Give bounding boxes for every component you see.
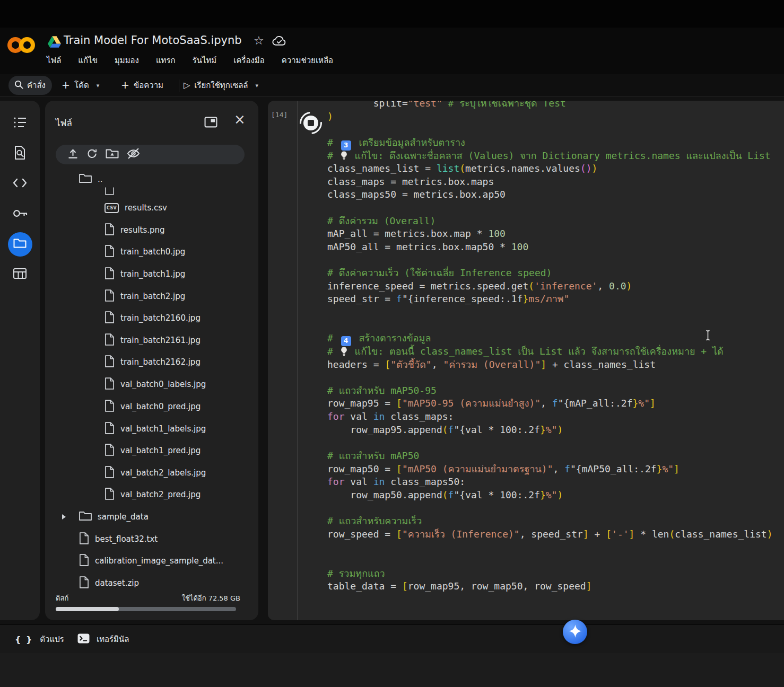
disk-usage-row: ดิสก์ ใช้ได้อีก 72.58 GB: [56, 593, 240, 604]
code-line: [327, 201, 783, 215]
menu-item-5[interactable]: เครื่องมือ: [233, 54, 264, 70]
tree-file-partial[interactable]: [45, 182, 258, 197]
star-icon[interactable]: ☆: [254, 34, 264, 47]
add-text-cell-button[interactable]: + ข้อความ: [121, 76, 163, 95]
keycap-3-emoji: 3: [341, 140, 351, 151]
tree-folder-sample_data[interactable]: sample_data: [45, 509, 258, 524]
tree-file-train_batch2160.jpg[interactable]: train_batch2160.jpg: [45, 311, 258, 325]
plus-icon: +: [121, 80, 129, 90]
data-table-icon: [13, 268, 27, 281]
code-line: [327, 254, 783, 267]
chevron-down-icon[interactable]: ▾: [97, 82, 100, 89]
tree-item-label: dataset.zip: [95, 578, 139, 588]
tree-item-label: train_batch1.jpg: [120, 269, 185, 279]
tree-file-train_batch2162.jpg[interactable]: train_batch2162.jpg: [45, 355, 258, 369]
file-icon: [104, 311, 115, 325]
rail-item-secrets[interactable]: [8, 202, 32, 226]
tree-file-val_batch1_labels.jpg[interactable]: val_batch1_labels.jpg: [45, 421, 258, 436]
variables-button[interactable]: { } ตัวแปร: [15, 633, 64, 646]
tree-file-calibration_image_sample_dat...[interactable]: calibration_image_sample_dat...: [45, 553, 258, 568]
tree-item-label: calibration_image_sample_dat...: [95, 556, 223, 566]
code-line: # แก้ไข: ดึงเฉพาะชื่อคลาส (Values) จาก D…: [327, 149, 783, 163]
notebook-title[interactable]: Train Model For MotoSaaS.ipynb: [64, 34, 242, 47]
colab-logo[interactable]: [7, 35, 37, 56]
tree-item-label: train_batch2.jpg: [120, 292, 185, 301]
tree-item-label: val_batch1_pred.jpg: [120, 446, 201, 455]
menu-bar: ไฟล์แก้ไขมุมมองแทรกรันไทม์เครื่องมือความ…: [47, 54, 333, 70]
tree-file-val_batch2_pred.jpg[interactable]: val_batch2_pred.jpg: [45, 487, 258, 502]
tree-file-val_batch0_labels.jpg[interactable]: val_batch0_labels.jpg: [45, 377, 258, 392]
command-search-button[interactable]: คำสั่ง: [8, 76, 52, 95]
tree-item-label: val_batch0_pred.jpg: [120, 402, 201, 411]
code-line: headers = ["ตัวชี้วัด", "ค่ารวม (Overall…: [327, 358, 783, 372]
terminal-label: เทอร์มินัล: [97, 633, 129, 646]
google-drive-icon: [48, 36, 61, 50]
tree-file-dataset.zip[interactable]: dataset.zip: [45, 576, 258, 591]
tree-file-train_batch1.jpg[interactable]: train_batch1.jpg: [45, 267, 258, 281]
file-icon: [79, 576, 89, 591]
add-code-cell-button[interactable]: + โค้ด ▾: [62, 76, 99, 95]
tree-file-val_batch0_pred.jpg[interactable]: val_batch0_pred.jpg: [45, 399, 258, 414]
file-icon: [104, 289, 115, 304]
find-and-replace-icon: [14, 146, 26, 162]
lightbulb-emoji: [341, 150, 347, 161]
tree-file-train_batch2.jpg[interactable]: train_batch2.jpg: [45, 289, 258, 304]
cloud-saved-icon[interactable]: [272, 36, 286, 49]
chevron-right-icon[interactable]: [62, 514, 66, 519]
terminal-button[interactable]: เทอร์มินัล: [77, 633, 129, 646]
tree-item-label: results.png: [120, 225, 165, 235]
file-icon: [79, 554, 89, 568]
file-icon: [104, 422, 115, 436]
file-icon: [104, 444, 115, 458]
header: Train Model For MotoSaaS.ipynb ☆ ไฟล์แก้…: [0, 28, 784, 74]
rail-item-code-snippets[interactable]: [8, 172, 32, 196]
menu-item-3[interactable]: แทรก: [156, 54, 176, 70]
tree-file-val_batch1_pred.jpg[interactable]: val_batch1_pred.jpg: [45, 443, 258, 458]
code-line: for val in class_maps50:: [327, 475, 783, 489]
menu-item-1[interactable]: แก้ไข: [78, 54, 98, 70]
tree-file-val_batch2_labels.jpg[interactable]: val_batch2_labels.jpg: [45, 465, 258, 480]
code-content[interactable]: split="test" # ระบุให้ใช้เฉพาะชุด Test)#…: [327, 101, 783, 593]
code-line: # แถวสำหรับ mAP50: [327, 450, 783, 463]
menu-item-0[interactable]: ไฟล์: [47, 54, 61, 70]
file-icon: [79, 532, 89, 547]
gemini-spark-icon: [568, 624, 582, 640]
rail-item-files[interactable]: [8, 232, 32, 257]
disk-usage-fill: [56, 607, 119, 611]
add-code-label: โค้ด: [74, 79, 89, 92]
code-line: # 4 สร้างตารางข้อมูล: [327, 332, 783, 345]
tree-file-train_batch0.jpg[interactable]: train_batch0.jpg: [45, 244, 258, 259]
code-line: # แก้ไข: ตอนนี้ class_names_list เป็น Li…: [327, 345, 783, 358]
code-line: class_maps = metrics.box.maps: [327, 175, 783, 189]
run-all-label: เรียกใช้ทุกเซลล์: [194, 79, 248, 92]
tree-file-results.png[interactable]: results.png: [45, 223, 258, 237]
bottom-bar: { } ตัวแปร เทอร์มินัล: [0, 624, 784, 653]
chevron-down-icon[interactable]: ▾: [256, 82, 259, 89]
rail-item-table-of-contents[interactable]: [8, 111, 32, 136]
tree-file-best_float32.txt[interactable]: best_float32.txt: [45, 532, 258, 547]
tree-file-train_batch2161.jpg[interactable]: train_batch2161.jpg: [45, 333, 258, 348]
code-line: [327, 436, 783, 450]
file-icon: [104, 183, 115, 197]
toolbar: คำสั่ง + โค้ด ▾ + ข้อความ ▷ เรียกใช้ทุกเ…: [0, 74, 784, 97]
code-line: # ดึงค่าความเร็ว (ใช้ค่าเฉลี่ย Inference…: [327, 267, 783, 280]
cell-running-spinner[interactable]: [300, 112, 322, 134]
tree-item-label: best_float32.txt: [95, 534, 158, 544]
menu-item-2[interactable]: มุมมอง: [115, 54, 139, 70]
menu-item-4[interactable]: รันไทม์: [193, 54, 217, 70]
code-cell-editor[interactable]: [14] split="test" # ระบุให้ใช้เฉพาะชุด T…: [268, 101, 784, 620]
rail-item-find-and-replace[interactable]: [8, 142, 32, 166]
tree-file-results.csv[interactable]: CSVresults.csv: [45, 200, 258, 215]
run-all-cells-button[interactable]: ▷ เรียกใช้ทุกเซลล์ ▾: [184, 76, 258, 95]
menu-item-6[interactable]: ความช่วยเหลือ: [282, 54, 333, 70]
file-icon: [104, 333, 115, 348]
code-line: [327, 123, 783, 136]
gemini-spark-button[interactable]: [563, 620, 587, 644]
rail-item-data-table[interactable]: [8, 262, 32, 287]
code-line: # แถวสำหรับ mAP50-95: [327, 384, 783, 398]
csv-file-icon: CSV: [104, 203, 119, 213]
disk-usage-bar: [56, 607, 236, 611]
code-line: row_map95.append(f"{val * 100:.2f}%"): [327, 424, 783, 437]
tree-item-label: train_batch2160.jpg: [120, 313, 201, 323]
tree-item-label: val_batch2_labels.jpg: [120, 468, 206, 478]
